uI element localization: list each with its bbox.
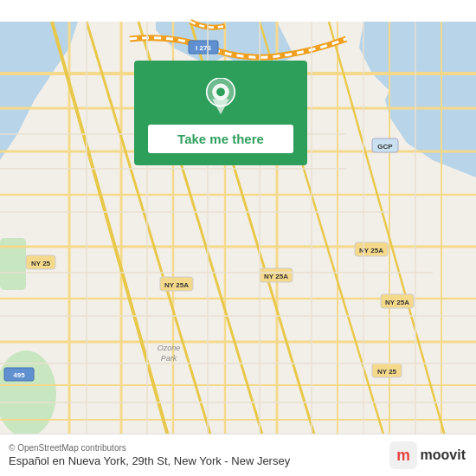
svg-text:Park: Park — [161, 354, 177, 363]
moovit-icon: m — [389, 441, 417, 469]
svg-text:495: 495 — [13, 371, 25, 379]
take-me-there-button[interactable]: Take me there — [148, 125, 293, 153]
svg-text:m: m — [396, 447, 410, 464]
osm-attribution: © OpenStreetMap contributors — [9, 443, 290, 453]
svg-text:NY 25: NY 25 — [377, 368, 397, 376]
bottom-bar: © OpenStreetMap contributors Español en … — [0, 434, 476, 476]
svg-text:NY 25: NY 25 — [31, 260, 51, 267]
map-container: NY 25 NY 25A NY 25A NY 25A GCP I 276 I 2… — [0, 0, 476, 476]
svg-text:NY 25A: NY 25A — [164, 281, 189, 289]
location-pin-icon — [202, 78, 240, 116]
svg-text:GCP: GCP — [377, 143, 393, 151]
moovit-brand-text: moovit — [421, 447, 466, 463]
svg-text:NY 25A: NY 25A — [385, 299, 409, 306]
moovit-logo: m moovit — [389, 441, 466, 469]
svg-text:Ozone: Ozone — [158, 344, 181, 352]
bottom-left-info: © OpenStreetMap contributors Español en … — [9, 443, 290, 467]
svg-marker-69 — [212, 99, 229, 114]
svg-text:I 276: I 276 — [196, 44, 211, 52]
svg-text:NY 25A: NY 25A — [264, 273, 288, 280]
svg-point-68 — [216, 87, 225, 96]
location-title: Español en Nueva York, 29th St, New York… — [9, 454, 290, 467]
action-panel: Take me there — [134, 61, 307, 165]
